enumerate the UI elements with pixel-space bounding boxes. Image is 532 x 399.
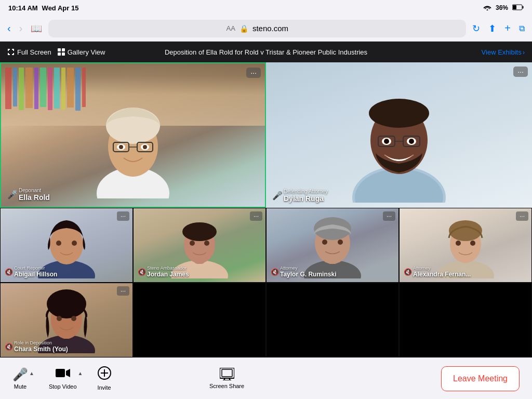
gallery-view-label: Gallery View [68, 48, 105, 56]
invite-button[interactable]: Invite [97, 366, 111, 391]
top-bar-left-controls: Full Screen Gallery View [7, 48, 111, 56]
gallery-view-button[interactable]: Gallery View [58, 48, 105, 56]
mute-button[interactable]: 🎤 Mute [12, 367, 28, 390]
share-button[interactable]: ⬆ [486, 21, 498, 36]
battery-text: 36% [496, 4, 508, 11]
participant-tile-jordan: 🔇 Steno Ambassador Jordan James ··· [133, 208, 266, 283]
ella-more-button[interactable]: ··· [246, 68, 261, 78]
fullscreen-button[interactable]: Full Screen [7, 48, 51, 56]
jordan-name: Jordan James [147, 271, 189, 278]
svg-rect-1 [523, 6, 524, 8]
leave-meeting-button[interactable]: Leave Meeting [441, 366, 520, 391]
chara-more-button[interactable]: ··· [117, 286, 129, 296]
dylan-label: Defending Attorney Dylan Ruga [284, 189, 328, 203]
svg-point-38 [182, 222, 217, 241]
svg-point-17 [143, 145, 147, 149]
bookmarks-button[interactable]: 📖 [29, 21, 44, 36]
svg-point-46 [338, 240, 343, 245]
stop-video-icon [56, 367, 70, 382]
view-exhibits-btn[interactable]: View Exhibits › [421, 48, 525, 56]
chara-label: Role in Deposition Chara Smith (You) [14, 340, 68, 353]
chara-role: Role in Deposition [14, 340, 68, 345]
wifi-icon [483, 4, 491, 12]
svg-point-52 [470, 241, 475, 246]
participant-tile-chara: 🔇 Role in Deposition Chara Smith (You) ·… [0, 283, 133, 357]
date: Wed Apr 15 [42, 4, 79, 12]
mute-chevron: ▲ [29, 370, 34, 376]
taylor-label: Attorney Taylor G. Ruminski [280, 265, 336, 278]
taylor-mic-muted: 🔇 [271, 268, 279, 276]
url-text: steno.com [252, 24, 288, 33]
address-bar[interactable]: AA 🔒 steno.com [48, 20, 466, 37]
jordan-more-button[interactable]: ··· [250, 211, 262, 221]
invite-label: Invite [97, 384, 111, 391]
svg-point-56 [47, 289, 86, 318]
dylan-role: Defending Attorney [284, 189, 328, 194]
abigail-role: Court Reporter [14, 265, 57, 271]
ella-role: Deponant [19, 188, 50, 193]
svg-rect-2 [513, 5, 516, 9]
large-tiles-row: 🎤 Deponant Ella Rold ··· [0, 62, 532, 208]
svg-point-39 [190, 241, 195, 246]
small-row-2: 🔇 Role in Deposition Chara Smith (You) ·… [0, 283, 532, 357]
svg-point-57 [57, 316, 62, 321]
participant-tile-taylor: 🔇 Attorney Taylor G. Ruminski ··· [266, 208, 399, 283]
participant-tile-abigail: 🔇 Court Reporter Abigail Hillson ··· [0, 208, 133, 283]
svg-point-58 [71, 316, 76, 321]
nav-forward-button[interactable]: › [17, 20, 25, 36]
participant-tile-dylan: 🎤 Defending Attorney Dylan Ruga ··· [266, 62, 532, 208]
participant-tile-ella: 🎤 Deponant Ella Rold ··· [0, 62, 266, 208]
svg-point-22 [369, 99, 429, 128]
lock-icon: 🔒 [240, 24, 248, 33]
toolbar-left-group: 🎤 Mute ▲ Stop Video ▲ [12, 366, 209, 391]
reload-button[interactable]: ↻ [470, 21, 482, 36]
text-size-icon: AA [227, 24, 235, 32]
screen-share-button[interactable]: Screen Share [209, 368, 244, 389]
jordan-mic-muted: 🔇 [138, 268, 146, 276]
alexandra-role: Attorney [413, 265, 471, 271]
jordan-role: Steno Ambassador [147, 265, 189, 271]
status-icons: 36% [483, 4, 524, 12]
participant-tile-alexandra: 🔇 Attorney Alexandra Fernan... ··· [399, 208, 532, 283]
dylan-mic-icon: 🎤 [272, 191, 283, 201]
svg-rect-3 [58, 48, 61, 51]
alexandra-more-button[interactable]: ··· [516, 211, 528, 221]
dylan-name: Dylan Ruga [284, 194, 328, 203]
meeting-title: Deposition of Ella Rold for Rold v Trist… [111, 48, 421, 56]
svg-rect-4 [62, 48, 65, 51]
ella-mic-icon: 🎤 [7, 190, 18, 200]
alexandra-name: Alexandra Fernan... [413, 271, 471, 278]
battery-icon [512, 4, 524, 12]
svg-point-33 [56, 241, 61, 246]
browser-bar: ‹ › 📖 AA 🔒 steno.com ↻ ⬆ + ⧉ [0, 16, 532, 42]
gallery-icon [58, 48, 65, 56]
stop-video-button[interactable]: Stop Video [49, 367, 77, 390]
svg-point-15 [119, 145, 123, 149]
svg-point-40 [204, 241, 209, 246]
view-exhibits-label: View Exhibits [482, 48, 522, 56]
ella-label: Deponant Ella Rold [19, 188, 50, 202]
chara-mic-muted: 🔇 [5, 343, 13, 351]
taylor-name: Taylor G. Ruminski [280, 271, 336, 278]
svg-rect-5 [58, 52, 61, 56]
empty-tile-2 [266, 283, 399, 357]
new-tab-button[interactable]: + [502, 20, 513, 36]
tabs-button[interactable]: ⧉ [517, 22, 527, 35]
abigail-more-button[interactable]: ··· [117, 211, 129, 221]
ella-face [86, 95, 180, 198]
svg-point-51 [456, 241, 461, 246]
taylor-role: Attorney [280, 265, 336, 271]
small-tiles-area: 🔇 Court Reporter Abigail Hillson ··· [0, 208, 532, 357]
stop-video-group: Stop Video ▲ [49, 367, 83, 390]
nav-back-button[interactable]: ‹ [5, 20, 13, 36]
dylan-more-button[interactable]: ··· [513, 66, 528, 77]
meeting-top-bar: Full Screen Gallery View Deposition of E… [0, 42, 532, 62]
dylan-face [347, 78, 451, 203]
chevron-icon: › [523, 48, 525, 56]
taylor-more-button[interactable]: ··· [383, 211, 395, 221]
small-row-1: 🔇 Court Reporter Abigail Hillson ··· [0, 208, 532, 283]
stop-video-chevron: ▲ [78, 370, 83, 376]
empty-tile-1 [133, 283, 266, 357]
screen-share-label: Screen Share [209, 383, 244, 389]
stop-video-label: Stop Video [49, 383, 77, 390]
